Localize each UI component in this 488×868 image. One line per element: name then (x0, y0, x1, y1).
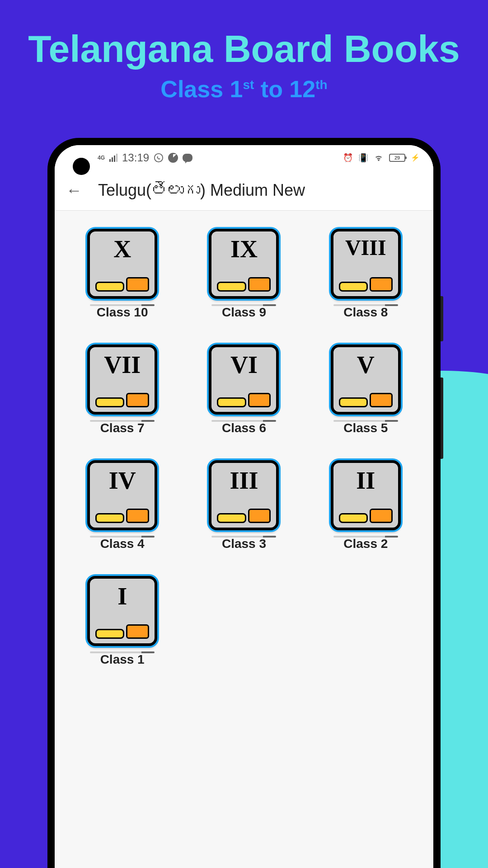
status-left: 4G 13:19 (98, 151, 192, 164)
hero-title: Telangana Board Books (0, 0, 488, 71)
class-label: Class 2 (343, 537, 388, 551)
class-label: Class 1 (100, 652, 145, 667)
class-item-8[interactable]: VIII Class 8 (314, 229, 418, 320)
class-label: Class 4 (100, 537, 145, 551)
class-tile: VII (87, 344, 157, 415)
class-label: Class 7 (100, 421, 145, 435)
class-item-4[interactable]: IV Class 4 (70, 460, 174, 551)
roman-numeral: IV (109, 468, 136, 493)
camera-hole (73, 158, 90, 175)
hero-subtitle: Class 1st to 12th (0, 75, 488, 103)
wifi-icon (374, 154, 384, 162)
clock-time: 13:19 (122, 151, 149, 164)
back-arrow-icon[interactable]: ← (66, 181, 82, 200)
class-item-7[interactable]: VII Class 7 (70, 344, 174, 435)
class-label: Class 5 (343, 421, 388, 435)
phone-frame: 4G 13:19 ⏰ 📳 29 ⚡ ← Telugu(తెలుగు) Mediu… (47, 138, 441, 868)
class-tile: IV (87, 460, 157, 530)
class-label: Class 8 (343, 305, 388, 320)
whatsapp-icon (154, 153, 164, 163)
roman-numeral: IX (230, 237, 258, 261)
roman-numeral: V (357, 353, 375, 377)
class-item-6[interactable]: VI Class 6 (192, 344, 296, 435)
status-bar: 4G 13:19 ⏰ 📳 29 ⚡ (55, 145, 433, 170)
phone-screen: 4G 13:19 ⏰ 📳 29 ⚡ ← Telugu(తెలుగు) Mediu… (55, 145, 433, 868)
roman-numeral: VI (230, 353, 258, 377)
class-item-2[interactable]: II Class 2 (314, 460, 418, 551)
class-label: Class 6 (222, 421, 266, 435)
battery-level: 29 (394, 155, 400, 160)
class-tile: I (87, 576, 157, 646)
book-icon (95, 509, 149, 523)
chat-icon (183, 154, 192, 162)
roman-numeral: VII (104, 353, 141, 377)
signal-type: 4G (98, 155, 105, 161)
roman-numeral: III (230, 468, 258, 493)
book-icon (95, 393, 149, 407)
roman-numeral: VIII (345, 237, 386, 259)
roman-numeral: II (356, 468, 375, 493)
class-label: Class 9 (222, 305, 266, 320)
book-icon (217, 509, 271, 523)
status-right: ⏰ 📳 29 ⚡ (343, 153, 420, 163)
battery-icon: 29 (389, 154, 405, 162)
class-tile: II (331, 460, 401, 530)
roman-numeral: X (113, 237, 131, 261)
charging-icon: ⚡ (411, 153, 420, 162)
book-icon (339, 277, 393, 292)
class-item-1[interactable]: I Class 1 (70, 576, 174, 667)
class-tile: VIII (331, 229, 401, 299)
book-icon (217, 393, 271, 407)
class-tile: V (331, 344, 401, 415)
class-tile: IX (209, 229, 279, 299)
app-bar: ← Telugu(తెలుగు) Medium New (55, 170, 433, 211)
subtitle-part: to 12 (254, 76, 315, 102)
phone-volume-button (441, 377, 443, 459)
phone-power-button (441, 296, 443, 341)
svg-point-0 (155, 153, 163, 161)
book-icon (339, 509, 393, 523)
roman-numeral: I (117, 584, 127, 609)
vibrate-icon: 📳 (358, 153, 368, 163)
subtitle-sup: st (243, 78, 254, 92)
class-tile: III (209, 460, 279, 530)
book-icon (95, 277, 149, 292)
class-item-9[interactable]: IX Class 9 (192, 229, 296, 320)
class-tile: X (87, 229, 157, 299)
alarm-icon: ⏰ (343, 153, 353, 163)
app-bar-title: Telugu(తెలుగు) Medium New (98, 181, 305, 200)
class-tile: VI (209, 344, 279, 415)
class-label: Class 10 (97, 305, 148, 320)
subtitle-sup: th (315, 78, 327, 92)
subtitle-part: Class 1 (160, 76, 243, 102)
compass-icon (168, 153, 178, 163)
book-icon (339, 393, 393, 407)
book-icon (95, 624, 149, 639)
class-item-10[interactable]: X Class 10 (70, 229, 174, 320)
class-grid: X Class 10 IX Class 9 VIII Class 8 (55, 211, 433, 685)
book-icon (217, 277, 271, 292)
class-item-5[interactable]: V Class 5 (314, 344, 418, 435)
class-item-3[interactable]: III Class 3 (192, 460, 296, 551)
class-label: Class 3 (222, 537, 266, 551)
signal-bars-icon (109, 154, 117, 162)
